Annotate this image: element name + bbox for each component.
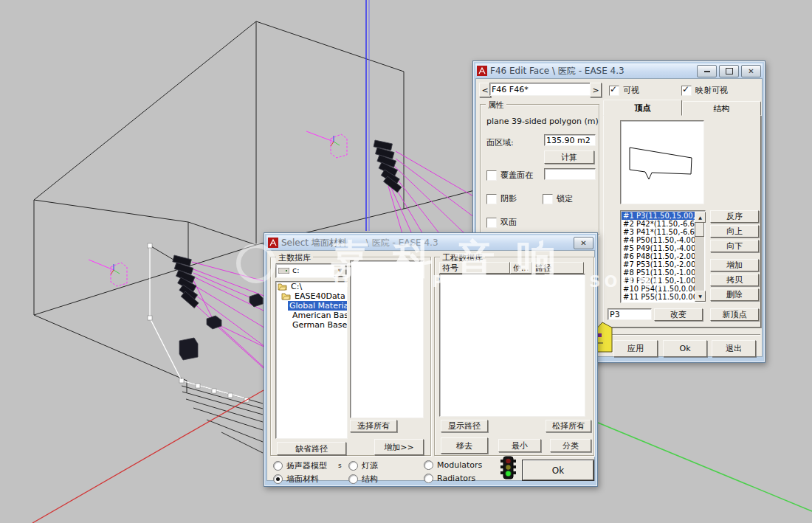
coat-face-checkbox[interactable]: 覆盖面在	[486, 170, 533, 181]
minimize-button[interactable]	[697, 65, 717, 77]
vertex-row[interactable]: #10 P54(11.50,0.00,0.40)	[622, 285, 695, 293]
line-array-lower[interactable]	[173, 255, 199, 308]
apply-button[interactable]: 应用	[613, 340, 658, 357]
vertex-row[interactable]: #9 P52(11.50,-1.00,0.40)	[622, 277, 695, 285]
sort-button[interactable]: 分类	[550, 439, 591, 452]
vertex-handles[interactable]	[148, 243, 249, 402]
vertex-row[interactable]: #8 P51(11.50,-1.00,0.20)	[622, 269, 695, 277]
checkbox-box[interactable]	[486, 170, 497, 181]
column-symbol[interactable]: 符号	[439, 262, 510, 274]
radio-modulators[interactable]: Modulators	[424, 460, 482, 470]
edit-face-title: F46 Edit Face \ 医院 - EASE 4.3	[490, 65, 625, 77]
radio-light-source[interactable]: 灯源	[348, 460, 378, 471]
face-name-input[interactable]	[489, 83, 591, 96]
map-visible-checkbox[interactable]: 映射可视	[681, 85, 728, 96]
move-up-button[interactable]: 向上	[710, 225, 759, 238]
vertex-row[interactable]: #7 P53(11.50,-2.00,0.20)	[622, 260, 695, 269]
edit-face-titlebar[interactable]: F46 Edit Face \ 医院 - EASE 4.3 ✕	[475, 63, 763, 78]
radio-circle[interactable]	[424, 460, 433, 470]
project-list-header: 符号 使... 路径	[439, 262, 584, 274]
default-path-button[interactable]: 缺省路径	[277, 442, 346, 455]
radio-speaker-model[interactable]: 扬声器模型	[273, 460, 327, 471]
area-value-field[interactable]	[544, 134, 596, 146]
new-vertex-button[interactable]: 新顶点	[710, 308, 759, 321]
radio-circle[interactable]	[273, 461, 283, 471]
traffic-light-icon	[498, 456, 518, 481]
line-array-upper[interactable]	[374, 140, 402, 193]
tree-item[interactable]: German Base	[276, 320, 347, 330]
reverse-button[interactable]: 反序	[710, 210, 759, 223]
select-material-titlebar[interactable]: Select 墙面材料 \ 医院 - EASE 4.3 ✕	[266, 235, 595, 250]
vertex-name-input[interactable]	[608, 308, 652, 320]
radio-circle[interactable]	[348, 474, 358, 484]
vertex-scrollbar[interactable]: ▲ ▼	[695, 212, 704, 302]
add-to-project-button[interactable]: 增加>>	[374, 439, 424, 455]
project-db-group: 工程数据库 符号 使... 路径 显示路径 松择所有 移去 最小 分类	[434, 257, 594, 456]
select-material-ok-button[interactable]: Ok	[523, 460, 593, 480]
vertex-row[interactable]: #11 P55(11.50,0.00,0.60)	[622, 293, 695, 301]
checkbox-box[interactable]	[681, 86, 692, 96]
coat-face-field[interactable]	[544, 168, 596, 180]
scroll-down-icon[interactable]: ▼	[695, 291, 706, 302]
deselect-all-button[interactable]: 松择所有	[546, 420, 591, 432]
project-material-list[interactable]	[439, 274, 585, 417]
placement-marker-upper[interactable]	[306, 131, 347, 158]
placement-marker-lower[interactable]	[89, 260, 127, 286]
vertex-row[interactable]: #4 P50(11.50,-4.00,2.50)	[622, 236, 695, 244]
copy-button[interactable]: 拷贝	[710, 274, 759, 286]
face-outline	[621, 121, 702, 202]
close-icon[interactable]: ✕	[574, 237, 593, 249]
select-all-button[interactable]: 选择所有	[350, 420, 397, 432]
lock-checkbox[interactable]: 锁定	[543, 193, 573, 204]
delete-button[interactable]: 删除	[710, 288, 759, 301]
remove-button[interactable]: 移去	[441, 437, 488, 454]
tab-vertices[interactable]: 顶点	[603, 100, 682, 116]
exit-button[interactable]: 退出	[712, 340, 756, 357]
column-use[interactable]: 使...	[510, 262, 532, 274]
move-down-button[interactable]: 向下	[710, 240, 759, 252]
ok-button[interactable]: Ok	[663, 340, 707, 357]
tree-item-selected[interactable]: Global Materials40	[276, 301, 347, 311]
radio-structure[interactable]: 结构	[348, 474, 378, 485]
dialog-select-material: Select 墙面材料 \ 医院 - EASE 4.3 ✕ 主数据库 c: ▼	[264, 232, 598, 487]
folder-tree[interactable]: C:\ EASE40Data Global Materials40 Americ…	[275, 281, 348, 439]
ease-workspace: F46 Edit Face \ 医院 - EASE 4.3 ✕ < > 可视 映…	[0, 0, 812, 523]
tree-item[interactable]: EASE40Data	[276, 291, 347, 301]
checkbox-box[interactable]	[543, 194, 553, 204]
radio-radiators[interactable]: Radiators	[424, 474, 475, 483]
tab-structure[interactable]: 结构	[682, 101, 761, 116]
tree-item[interactable]: C:\	[276, 282, 347, 291]
scroll-thumb[interactable]	[695, 222, 704, 237]
compute-button[interactable]: 计算	[544, 150, 594, 164]
scroll-up-icon[interactable]: ▲	[695, 212, 706, 223]
vertex-row[interactable]: #6 P48(11.50,-2.00,0.00)	[622, 252, 695, 260]
two-fold-checkbox[interactable]: 双面	[486, 217, 517, 228]
chevron-down-icon[interactable]: ▼	[334, 265, 346, 277]
vertex-row[interactable]: #5 P49(11.50,-4.00,0.00)	[622, 244, 695, 252]
radio-wall-material[interactable]: 墙面材料	[273, 474, 319, 485]
select-material-title-suffix: \ 医院 - EASE 4.3	[366, 237, 438, 249]
column-path[interactable]: 路径	[532, 262, 584, 274]
close-icon[interactable]: ✕	[741, 65, 761, 77]
vertex-row[interactable]: #1 P3(11.50,15.00,8.00)	[622, 212, 695, 220]
minimize-list-button[interactable]: 最小	[498, 439, 541, 452]
checkbox-box[interactable]	[609, 86, 619, 96]
vertex-list[interactable]: #1 P3(11.50,15.00,8.00) #2 P42*(11.50,-6…	[620, 210, 706, 303]
next-face-button[interactable]: >	[590, 83, 602, 97]
radio-circle[interactable]	[348, 461, 358, 471]
shadow-checkbox[interactable]: 阴影	[486, 193, 517, 204]
tree-item[interactable]: American Base	[276, 311, 347, 320]
insert-button[interactable]: 增加	[710, 259, 759, 271]
material-list[interactable]	[350, 260, 424, 418]
drive-combobox[interactable]: c: ▼	[275, 263, 348, 278]
show-path-button[interactable]: 显示路径	[441, 420, 488, 432]
vertex-row[interactable]: #3 P41*(11.50,-6.60,2.50)	[622, 228, 695, 236]
maximize-button[interactable]	[719, 65, 739, 77]
radio-circle[interactable]	[273, 474, 283, 484]
radio-circle[interactable]	[424, 474, 433, 483]
vertex-row[interactable]: #2 P42*(11.50,-6.60,8.00)	[622, 220, 695, 228]
visible-checkbox[interactable]: 可视	[609, 85, 639, 96]
change-button[interactable]: 改变	[654, 308, 703, 321]
checkbox-box[interactable]	[486, 218, 497, 228]
checkbox-box[interactable]	[486, 194, 497, 204]
